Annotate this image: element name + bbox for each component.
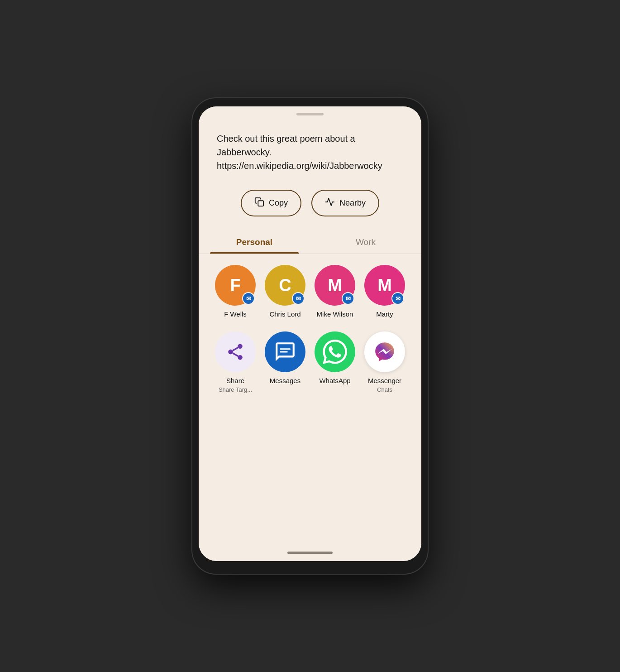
app-item-share[interactable]: Share Share Targ... xyxy=(212,331,258,393)
app-item-messenger[interactable]: Messenger Chats xyxy=(362,331,408,393)
messenger-icon xyxy=(364,331,405,372)
top-bar xyxy=(199,106,421,119)
avatar-mikewilson: M ✉ xyxy=(315,265,355,306)
app-subname-messenger: Chats xyxy=(377,386,392,393)
action-buttons: Copy Nearby xyxy=(199,182,421,229)
messages-badge-marty: ✉ xyxy=(391,292,404,305)
nearby-button[interactable]: Nearby xyxy=(311,190,379,216)
svg-rect-0 xyxy=(258,201,263,206)
svg-line-5 xyxy=(233,347,238,350)
svg-point-3 xyxy=(238,355,243,360)
nearby-label: Nearby xyxy=(339,198,366,208)
avatar-fwells: F ✉ xyxy=(215,265,256,306)
tab-personal[interactable]: Personal xyxy=(199,229,310,254)
tab-work[interactable]: Work xyxy=(310,229,421,254)
copy-button[interactable]: Copy xyxy=(241,190,301,216)
content-area: Check out this great poem about a Jabber… xyxy=(199,119,421,561)
svg-point-1 xyxy=(238,344,243,349)
contact-name-chrislord: Chris Lord xyxy=(269,310,300,318)
app-name-whatsapp: WhatsApp xyxy=(319,377,350,384)
share-target-icon xyxy=(215,331,256,372)
app-name-messenger: Messenger xyxy=(368,377,401,384)
svg-point-2 xyxy=(228,350,233,355)
app-grid: Share Share Targ... Messages xyxy=(212,331,408,393)
tabs: Personal Work xyxy=(199,229,421,254)
phone-screen: Check out this great poem about a Jabber… xyxy=(199,106,421,561)
copy-icon xyxy=(254,197,264,209)
contact-name-marty: Marty xyxy=(376,310,393,318)
contact-item-marty[interactable]: M ✉ Marty xyxy=(362,265,408,318)
messages-icon xyxy=(265,331,305,372)
app-item-messages[interactable]: Messages xyxy=(262,331,308,393)
contact-item-mikewilson[interactable]: M ✉ Mike Wilson xyxy=(312,265,358,318)
contact-item-chrislord[interactable]: C ✉ Chris Lord xyxy=(262,265,308,318)
notch-pill xyxy=(296,113,324,115)
bottom-bar xyxy=(199,547,421,561)
contact-item-fwells[interactable]: F ✉ F Wells xyxy=(212,265,258,318)
app-name-share: Share xyxy=(226,377,244,384)
share-text-area: Check out this great poem about a Jabber… xyxy=(199,119,421,182)
app-name-messages: Messages xyxy=(270,377,300,384)
bottom-pill xyxy=(287,552,333,554)
messages-badge-chrislord: ✉ xyxy=(292,292,305,305)
svg-line-4 xyxy=(233,353,238,356)
messages-badge-mikewilson: ✉ xyxy=(342,292,354,305)
avatar-chrislord: C ✉ xyxy=(265,265,305,306)
app-subname-share: Share Targ... xyxy=(219,386,252,393)
avatar-marty: M ✉ xyxy=(364,265,405,306)
phone-frame: Check out this great poem about a Jabber… xyxy=(192,98,428,574)
contact-name-fwells: F Wells xyxy=(224,310,247,318)
grid-area: F ✉ F Wells C ✉ xyxy=(199,254,421,547)
contact-grid: F ✉ F Wells C ✉ xyxy=(212,265,408,318)
whatsapp-icon xyxy=(315,331,355,372)
contact-name-mikewilson: Mike Wilson xyxy=(317,310,353,318)
nearby-icon xyxy=(325,197,335,209)
messages-badge-fwells: ✉ xyxy=(242,292,255,305)
app-item-whatsapp[interactable]: WhatsApp xyxy=(312,331,358,393)
share-text: Check out this great poem about a Jabber… xyxy=(217,132,403,173)
copy-label: Copy xyxy=(269,198,288,208)
